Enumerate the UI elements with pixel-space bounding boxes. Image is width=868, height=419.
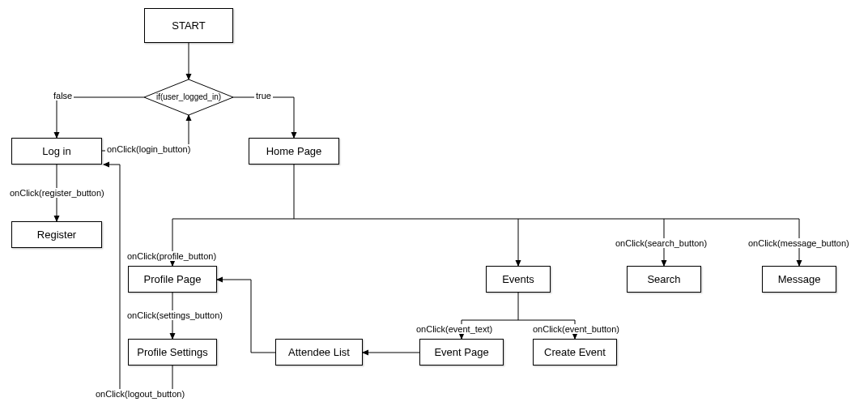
- profile-settings-label: Profile Settings: [137, 346, 207, 358]
- create-event-label: Create Event: [544, 346, 606, 358]
- start-label: START: [172, 19, 205, 32]
- edge-search-label: onClick(search_button): [614, 238, 708, 248]
- register-label: Register: [37, 229, 76, 241]
- login-label: Log in: [42, 145, 70, 157]
- message-node: Message: [762, 266, 836, 293]
- decision-node: if(user_logged_in): [144, 79, 233, 115]
- attendee-list-node: Attendee List: [275, 339, 363, 366]
- create-event-node: Create Event: [533, 339, 617, 366]
- events-label: Events: [502, 273, 534, 285]
- search-node: Search: [627, 266, 701, 293]
- register-node: Register: [11, 221, 102, 248]
- home-label: Home Page: [266, 145, 322, 157]
- edge-event-text-label: onClick(event_text): [415, 324, 494, 334]
- message-label: Message: [778, 273, 821, 285]
- login-node: Log in: [11, 138, 102, 165]
- event-page-node: Event Page: [419, 339, 504, 366]
- edge-message-label: onClick(message_button): [747, 238, 851, 248]
- search-label: Search: [647, 273, 680, 285]
- edge-register-label: onClick(register_button): [8, 188, 106, 198]
- events-node: Events: [486, 266, 551, 293]
- edge-login-label: onClick(login_button): [105, 144, 192, 154]
- edge-false-label: false: [52, 91, 74, 100]
- attendee-list-label: Attendee List: [288, 346, 350, 358]
- edge-profile-label: onClick(profile_button): [126, 251, 218, 261]
- edge-logout-label: onClick(logout_button): [94, 389, 186, 399]
- decision-label: if(user_logged_in): [144, 92, 233, 101]
- home-node: Home Page: [249, 138, 339, 165]
- edge-event-btn-label: onClick(event_button): [531, 324, 621, 334]
- edge-true-label: true: [254, 91, 273, 100]
- profile-settings-node: Profile Settings: [128, 339, 217, 366]
- event-page-label: Event Page: [434, 346, 488, 358]
- edge-settings-label: onClick(settings_button): [126, 310, 224, 320]
- profile-node: Profile Page: [128, 266, 217, 293]
- start-node: START: [144, 8, 233, 43]
- profile-label: Profile Page: [144, 273, 202, 285]
